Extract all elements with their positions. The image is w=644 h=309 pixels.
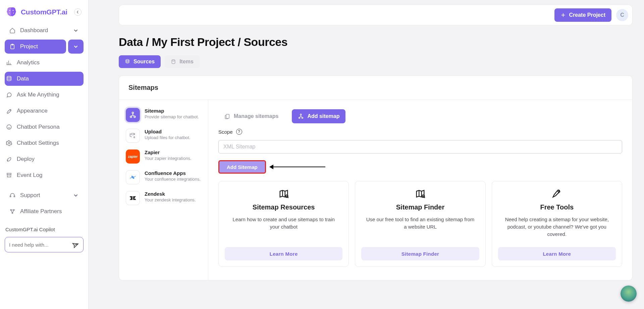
nav-persona[interactable]: Chatbot Persona <box>5 120 84 134</box>
nav-eventlog[interactable]: Event Log <box>5 168 84 182</box>
nav-ask[interactable]: Ask Me Anything <box>5 88 84 102</box>
add-sitemap-button[interactable]: Add Sitemap <box>218 160 266 174</box>
nav-appearance[interactable]: Appearance <box>5 104 84 118</box>
cta-label: Sitemap Finder <box>401 251 439 257</box>
user-avatar[interactable]: C <box>616 9 628 21</box>
brand-name: CustomGPT.ai <box>21 8 67 16</box>
nav-data[interactable]: Data <box>5 72 84 86</box>
nav-label: Project <box>20 43 38 50</box>
collapse-sidebar-button[interactable] <box>74 8 82 16</box>
nav-deploy[interactable]: Deploy <box>5 152 84 166</box>
sitemap-subtabs: Manage sitemaps Add sitemap <box>218 109 622 123</box>
svg-rect-9 <box>7 173 11 175</box>
brain-logo-icon <box>5 6 17 18</box>
copilot-heading: CustomGPT.ai Copilot <box>5 221 84 235</box>
nav-label: Dashboard <box>20 27 48 34</box>
chevron-down-icon <box>73 193 78 198</box>
source-desc: Your zendesk integrations. <box>145 197 196 203</box>
source-confluence[interactable]: Confluence Apps Your confluence integrat… <box>124 169 203 186</box>
sources-panel: Sitemaps Sitemap Provide sitemap for cha… <box>119 75 633 281</box>
nav-label: Ask Me Anything <box>17 91 59 98</box>
card-cta[interactable]: Sitemap Finder <box>361 247 479 260</box>
archive-icon <box>6 172 12 178</box>
zendesk-icon <box>126 191 140 205</box>
svg-point-15 <box>132 112 134 114</box>
source-zapier[interactable]: zapier Zapier Your zapier integrations. <box>124 148 203 165</box>
card-sitemap-finder: Sitemap Finder Use our free tool to find… <box>355 181 485 267</box>
scope-label: Scope <box>218 129 233 135</box>
nav-affiliate[interactable]: Affiliate Partners <box>5 204 84 219</box>
bar-chart-icon <box>6 60 12 66</box>
svg-point-14 <box>172 60 175 61</box>
card-desc: Learn how to create and use sitemaps to … <box>228 216 339 231</box>
brand-logo[interactable]: CustomGPT.ai <box>5 6 67 18</box>
help-chat-bubble[interactable] <box>621 286 637 302</box>
source-sitemap[interactable]: Sitemap Provide sitemap for chatbot. <box>124 107 203 123</box>
nav-label: Chatbot Settings <box>17 140 59 146</box>
tab-sources[interactable]: Sources <box>119 55 161 68</box>
source-desc: Your confluence integrations. <box>145 177 201 182</box>
svg-point-20 <box>301 114 302 115</box>
cta-label: Learn More <box>543 251 571 257</box>
create-project-button[interactable]: Create Project <box>554 8 612 22</box>
nav-support-expand[interactable] <box>68 188 84 202</box>
card-sitemap-resources: Sitemap Resources Learn how to create an… <box>218 181 349 267</box>
nav-project-expand[interactable] <box>68 40 84 54</box>
nav-dashboard[interactable]: Dashboard <box>5 23 66 38</box>
card-free-tools: Free Tools Need help creating a sitemap … <box>492 181 622 267</box>
nav-label: Deploy <box>17 156 35 163</box>
source-desc: Your zapier integrations. <box>145 156 192 161</box>
svg-point-8 <box>8 142 10 144</box>
copilot-input[interactable] <box>9 242 63 248</box>
card-cta[interactable]: Learn More <box>225 247 342 260</box>
sitemap-url-input[interactable] <box>218 140 622 153</box>
brush-icon <box>6 108 12 114</box>
home-icon <box>9 27 15 34</box>
headphones-icon <box>9 192 15 198</box>
source-title: Zendesk <box>145 191 196 197</box>
nav-label: Chatbot Persona <box>17 124 60 130</box>
add-sitemap-row: Add Sitemap <box>218 160 622 174</box>
panel-title: Sitemaps <box>119 76 632 100</box>
page-tabs: Sources Items <box>119 55 633 68</box>
plus-icon <box>560 12 566 18</box>
breadcrumb: Data / My First Project / Sources <box>119 25 633 55</box>
svg-point-13 <box>126 59 129 61</box>
map-search-icon <box>415 189 425 199</box>
annotation-arrow <box>270 167 325 167</box>
tab-items[interactable]: Items <box>165 55 200 68</box>
svg-point-10 <box>10 209 11 210</box>
nav-settings[interactable]: Chatbot Settings <box>5 136 84 150</box>
nav-project[interactable]: Project <box>5 40 66 54</box>
nav-support[interactable]: Support <box>5 188 66 202</box>
nav-analytics[interactable]: Analytics <box>5 56 84 70</box>
chat-icon <box>6 92 12 98</box>
nav-dashboard-expand[interactable] <box>68 23 84 38</box>
source-title: Upload <box>145 129 191 134</box>
nav-label: Event Log <box>17 172 43 179</box>
rocket-icon <box>6 156 12 162</box>
nav-label: Data <box>17 75 29 82</box>
source-zendesk[interactable]: Zendesk Your zendesk integrations. <box>124 190 203 206</box>
clipboard-icon <box>224 113 230 119</box>
svg-point-11 <box>13 209 14 210</box>
svg-point-0 <box>9 10 10 11</box>
chevron-down-icon <box>73 28 78 33</box>
button-label: Add Sitemap <box>227 164 258 170</box>
card-title: Sitemap Finder <box>396 203 444 211</box>
tab-label: Items <box>179 59 194 65</box>
database-icon <box>6 76 12 82</box>
svg-point-3 <box>13 13 14 13</box>
card-cta[interactable]: Learn More <box>498 247 616 260</box>
list-icon <box>171 59 176 64</box>
card-desc: Need help creating a sitemap for your we… <box>501 216 612 238</box>
tab-manage-sitemaps[interactable]: Manage sitemaps <box>218 109 284 123</box>
send-icon[interactable] <box>71 240 80 249</box>
nav-label: Support <box>20 192 40 199</box>
source-type-list: Sitemap Provide sitemap for chatbot. Upl… <box>119 100 208 280</box>
copilot-input-box[interactable] <box>5 237 84 252</box>
source-upload[interactable]: Upload Upload files for chatbot. <box>124 127 203 144</box>
help-icon[interactable]: ? <box>236 129 242 135</box>
network-icon <box>9 208 15 214</box>
tab-add-sitemap[interactable]: Add sitemap <box>292 109 345 123</box>
